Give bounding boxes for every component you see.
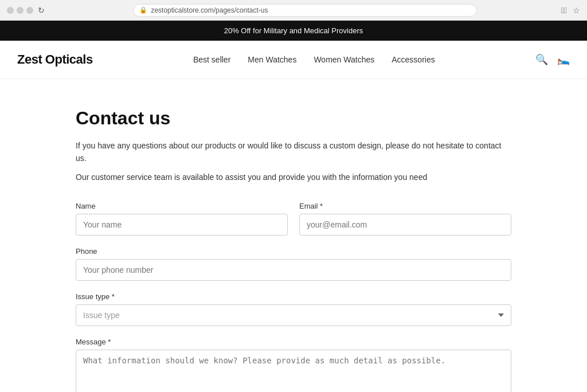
issue-group: Issue type * Issue type [76,292,511,326]
announcement-text: 20% Off for Military and Medical Provide… [224,26,363,35]
email-label: Email * [299,202,511,210]
browser-chrome: ↻ 🔒 zestopticalstore.com/pages/contact-u… [0,0,587,21]
browser-maximize-btn[interactable] [26,7,33,14]
issue-label: Issue type * [76,292,511,301]
page-title: Contact us [76,108,511,129]
browser-minimize-btn[interactable] [17,7,24,14]
site-header: Zest Opticals Best seller Men Watches Wo… [0,41,587,79]
issue-row: Issue type * Issue type [76,292,511,326]
phone-input[interactable] [76,259,511,281]
announcement-bar: 20% Off for Military and Medical Provide… [0,21,587,41]
message-row: Message * [76,338,511,392]
star-icon[interactable]: ☆ [573,6,580,15]
nav-best-seller[interactable]: Best seller [193,55,230,64]
name-email-row: Name Email * [76,202,511,236]
name-input[interactable] [76,214,288,236]
main-content: Contact us If you have any questions abo… [58,79,529,392]
issue-select[interactable]: Issue type [76,304,511,326]
message-group: Message * [76,338,511,392]
phone-label: Phone [76,247,511,256]
eye-off-icon: 👁̸ [561,6,567,15]
message-label: Message * [76,338,511,346]
contact-form: Name Email * Phone Issue type * Issue ty… [76,202,511,392]
browser-back-icon[interactable]: ↻ [38,6,45,15]
address-bar[interactable]: 🔒 zestopticalstore.com/pages/contact-us [133,4,477,17]
cart-icon[interactable]: 🛌 [557,53,570,66]
header-icons: 🔍 🛌 [535,53,570,66]
page-description-2: Our customer service team is available t… [76,171,511,183]
page-description-1: If you have any questions about our prod… [76,139,511,165]
email-input[interactable] [299,214,511,236]
nav-men-watches[interactable]: Men Watches [248,55,296,64]
nav-accessories[interactable]: Accessories [392,55,435,64]
email-group: Email * [299,202,511,236]
phone-row: Phone [76,247,511,281]
nav-women-watches[interactable]: Women Watches [314,55,374,64]
browser-close-btn[interactable] [7,7,14,14]
message-textarea[interactable] [76,350,511,392]
search-icon[interactable]: 🔍 [535,53,548,66]
url-text: zestopticalstore.com/pages/contact-us [151,6,268,14]
site-logo[interactable]: Zest Opticals [17,52,93,67]
name-label: Name [76,202,288,210]
site-nav: Best seller Men Watches Women Watches Ac… [193,55,435,64]
phone-group: Phone [76,247,511,281]
name-group: Name [76,202,288,236]
